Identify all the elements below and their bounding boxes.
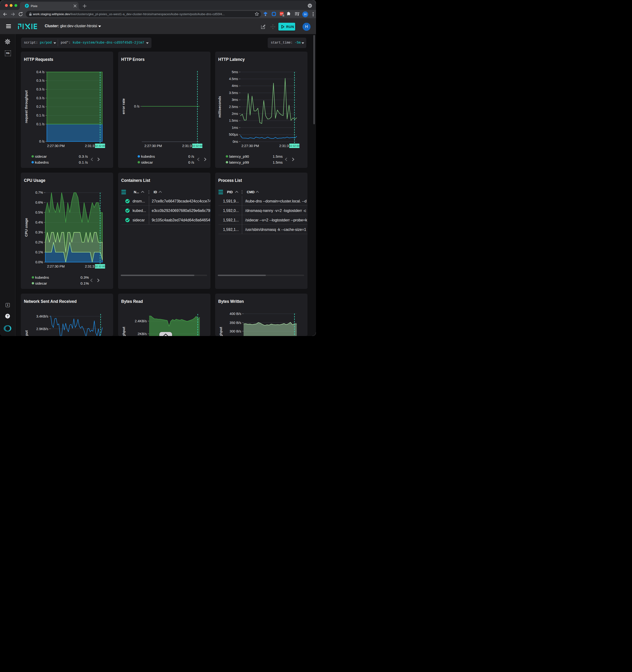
svg-text:CMD: CMD: [247, 190, 255, 194]
svg-text:sidecar: sidecar: [35, 154, 47, 159]
svg-text:0.0%: 0.0%: [35, 260, 43, 264]
svg-text:2:27:30 PM: 2:27:30 PM: [47, 264, 65, 268]
svg-text:0.3 /s: 0.3 /s: [37, 96, 45, 100]
svg-text:0.2%: 0.2%: [35, 240, 43, 244]
svg-text:9c105c4aab2ed74d4d64c8a64654f2: 9c105c4aab2ed74d4d64c8a64654f2ab61: [152, 218, 211, 222]
svg-text:1,591,9...: 1,591,9...: [223, 199, 239, 203]
svg-text:0.7%: 0.7%: [35, 191, 43, 194]
svg-text:0.6%: 0.6%: [35, 200, 43, 205]
svg-text:2:31:3: 2:31:3: [182, 144, 192, 148]
svg-text:/sidecar --v=2 --logtostderr -: /sidecar --v=2 --logtostderr --probe=k: [245, 218, 307, 222]
svg-text:/usr/sbin/dnsmasq -k --cache-s: /usr/sbin/dnsmasq -k --cache-size=1: [245, 227, 306, 232]
svg-text:2:27:30 PM: 2:27:30 PM: [47, 144, 65, 148]
svg-text:02:32:00: 02:32:00: [289, 144, 299, 147]
svg-text:4ms: 4ms: [232, 84, 238, 88]
svg-text:0.1%: 0.1%: [80, 281, 89, 285]
svg-text:0.3 /s: 0.3 /s: [37, 87, 45, 91]
svg-text:02:32:00: 02:32:00: [192, 144, 202, 147]
svg-text:2.5ms: 2.5ms: [229, 105, 238, 109]
svg-text:latency_p90: latency_p90: [229, 154, 249, 159]
svg-text:1.5ms: 1.5ms: [229, 119, 238, 122]
svg-text:latency_p99: latency_p99: [229, 160, 249, 164]
svg-text:0 /s: 0 /s: [134, 104, 140, 108]
svg-text:0.3 /s: 0.3 /s: [37, 79, 45, 82]
svg-text:4.5ms: 4.5ms: [229, 77, 238, 81]
svg-text:2:27:30 PM: 2:27:30 PM: [241, 144, 259, 148]
svg-text:1,592,1...: 1,592,1...: [223, 218, 239, 222]
svg-text:1,592,1...: 1,592,1...: [223, 227, 239, 232]
svg-text:0.3%: 0.3%: [35, 231, 43, 234]
svg-text:0.1%: 0.1%: [35, 250, 43, 254]
svg-text:1.5ms: 1.5ms: [273, 154, 283, 159]
svg-text:5: 5: [283, 15, 284, 17]
svg-text:1,592,0...: 1,592,0...: [223, 209, 239, 213]
svg-text:27ce8c7e66473bcade424cc4cce74c: 27ce8c7e66473bcade424cc4cce74c3ab9: [152, 199, 211, 203]
svg-text:2KB/s: 2KB/s: [138, 332, 147, 336]
svg-text:ID: ID: [154, 190, 157, 194]
svg-text:0ns: 0ns: [233, 140, 238, 143]
svg-text:throughput: throughput: [24, 330, 28, 336]
svg-text:350 B/s: 350 B/s: [229, 321, 241, 325]
svg-text:error rate: error rate: [121, 98, 125, 114]
svg-text:2.4KB/s: 2.4KB/s: [135, 319, 147, 323]
svg-text:2:31:3: 2:31:3: [85, 144, 94, 148]
svg-text:2:27:30 PM: 2:27:30 PM: [144, 144, 162, 148]
svg-text:0.4 /s: 0.4 /s: [37, 70, 45, 74]
svg-text:kubed...: kubed...: [132, 209, 146, 213]
svg-text:2.9KB/s: 2.9KB/s: [36, 327, 48, 331]
svg-text:dnsm...: dnsm...: [132, 199, 145, 203]
svg-text:0.4%: 0.4%: [35, 220, 43, 224]
svg-text:1.5ms: 1.5ms: [273, 160, 283, 164]
svg-text:3.5ms: 3.5ms: [229, 91, 238, 95]
svg-text:0.1 /s: 0.1 /s: [79, 160, 88, 164]
svg-text:PID: PID: [227, 190, 233, 194]
svg-text:/dnsmasq-nanny -v=2 -logtostde: /dnsmasq-nanny -v=2 -logtostderr -c: [245, 209, 306, 213]
svg-text:sidecar: sidecar: [35, 281, 47, 285]
svg-text:0.2 /s: 0.2 /s: [37, 105, 45, 109]
svg-text:kubedns: kubedns: [141, 154, 155, 159]
svg-text:3ms: 3ms: [232, 98, 238, 102]
svg-text:write throughput: write throughput: [219, 327, 223, 336]
svg-text:0.3 /s: 0.3 /s: [79, 154, 88, 159]
svg-text:0 /s: 0 /s: [188, 160, 194, 164]
svg-text:0 /s: 0 /s: [39, 140, 45, 143]
svg-text:3.4KB/s: 3.4KB/s: [36, 314, 48, 318]
svg-text:1ms: 1ms: [232, 126, 238, 129]
svg-text:0.1 /s: 0.1 /s: [37, 122, 45, 126]
svg-text:0.1 /s: 0.1 /s: [37, 114, 45, 117]
svg-text:300 B/s: 300 B/s: [229, 329, 241, 333]
svg-text:request throughput: request throughput: [24, 91, 28, 123]
svg-text:400 B/s: 400 B/s: [229, 312, 241, 316]
svg-text:sidecar: sidecar: [141, 160, 153, 164]
svg-text:2:31:3: 2:31:3: [85, 264, 94, 268]
svg-text:0.5%: 0.5%: [35, 211, 43, 214]
svg-text:/kube-dns --domain=cluster.loc: /kube-dns --domain=cluster.local. --d: [245, 199, 307, 203]
svg-text:5ms: 5ms: [232, 70, 238, 74]
svg-text:kubedns: kubedns: [35, 275, 49, 280]
svg-text:2:31:3: 2:31:3: [279, 144, 289, 148]
svg-text:0.3%: 0.3%: [80, 275, 89, 280]
svg-text:N...: N...: [134, 190, 139, 194]
svg-text:0 /s: 0 /s: [188, 154, 194, 159]
svg-text:milliseconds: milliseconds: [218, 96, 222, 118]
svg-text:2ms: 2ms: [232, 112, 238, 116]
svg-text:sidecar: sidecar: [132, 218, 145, 222]
svg-text:read throughput: read throughput: [122, 327, 126, 336]
svg-text:02:32:00: 02:32:00: [95, 144, 105, 147]
svg-text:02:32:00: 02:32:00: [95, 265, 105, 268]
svg-text:500µs: 500µs: [229, 133, 238, 136]
svg-text:kubedns: kubedns: [35, 160, 49, 164]
svg-text:e3cc0b29240697680a529e6a6c79bb: e3cc0b29240697680a529e6a6c79bbb86c: [152, 209, 211, 213]
svg-text:CPU usage: CPU usage: [24, 218, 28, 237]
